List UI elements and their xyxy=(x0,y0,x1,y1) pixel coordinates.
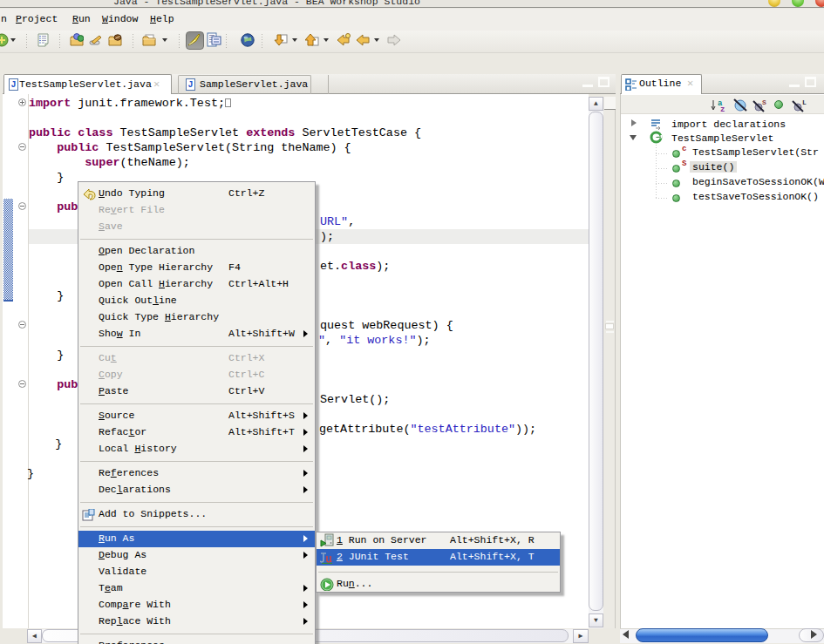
svg-text:z: z xyxy=(720,105,725,112)
svg-text:L: L xyxy=(802,98,807,106)
svg-text:S: S xyxy=(762,98,766,106)
